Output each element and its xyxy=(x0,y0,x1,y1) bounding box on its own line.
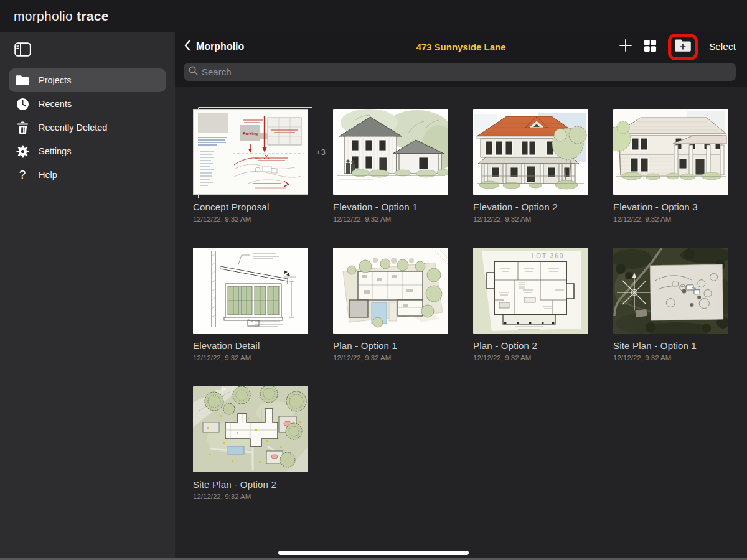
gear-icon xyxy=(15,144,30,159)
header-actions: Select xyxy=(619,34,736,60)
project-thumbnail[interactable]: N LA xyxy=(193,386,308,472)
project-thumbnail[interactable] xyxy=(473,109,588,195)
project-card-elevation-detail[interactable]: Elevation Detail 12/12/22, 9:32 AM xyxy=(193,248,308,362)
back-button[interactable]: Morpholio xyxy=(184,40,244,54)
project-card-plan-option-1[interactable]: Plan - Option 1 12/12/22, 9:32 AM xyxy=(333,248,448,362)
elevation-1-art xyxy=(333,109,448,195)
project-title: Elevation - Option 3 xyxy=(613,202,728,212)
sidebar-item-label: Recents xyxy=(39,99,72,109)
sidebar-item-settings[interactable]: Settings xyxy=(9,139,166,163)
project-card-site-plan-option-1[interactable]: Site Plan - Option 1 12/12/22, 9:32 AM xyxy=(613,248,728,362)
project-thumbnail[interactable] xyxy=(613,109,728,195)
grid-view-button[interactable] xyxy=(644,39,657,55)
project-title: Elevation Detail xyxy=(193,340,308,351)
project-thumbnail[interactable] xyxy=(613,248,728,334)
concept-proposal-art: Parking xyxy=(193,109,308,195)
project-thumbnail[interactable] xyxy=(333,248,448,334)
search-box[interactable] xyxy=(184,63,736,81)
project-date: 12/12/22, 9:32 AM xyxy=(613,215,728,223)
elevation-3-art xyxy=(613,109,728,195)
project-date: 12/12/22, 9:32 AM xyxy=(193,493,308,500)
project-thumbnail[interactable]: Parking xyxy=(193,109,308,195)
project-date: 12/12/22, 9:32 AM xyxy=(193,354,308,362)
project-card-plan-option-2[interactable]: LOT 360 xyxy=(473,248,588,362)
question-mark-icon: ? xyxy=(15,167,30,182)
select-button[interactable]: Select xyxy=(709,41,736,52)
project-thumbnail[interactable] xyxy=(193,248,308,334)
app-logo-light: morpholio xyxy=(14,9,73,23)
sidebar-item-label: Help xyxy=(39,170,57,180)
new-folder-button[interactable] xyxy=(675,39,691,55)
project-title: Site Plan - Option 2 xyxy=(193,479,308,490)
stack-count-badge: +3 xyxy=(316,147,326,157)
project-date: 12/12/22, 9:32 AM xyxy=(193,215,308,223)
annotation-highlight-ring xyxy=(668,34,698,60)
project-card-elevation-option-2[interactable]: Elevation - Option 2 12/12/22, 9:32 AM xyxy=(473,109,588,223)
project-card-concept-proposal[interactable]: Parking xyxy=(193,109,308,223)
project-date: 12/12/22, 9:32 AM xyxy=(333,215,448,223)
plus-icon xyxy=(619,39,632,55)
home-indicator[interactable] xyxy=(278,551,469,555)
search-row xyxy=(175,61,747,87)
lot-label: LOT 360 xyxy=(532,253,565,259)
sidebar-item-label: Recently Deleted xyxy=(39,123,107,133)
sidebar-toggle-icon xyxy=(14,42,31,59)
folder-plus-icon xyxy=(675,39,691,55)
elevation-2-art xyxy=(473,109,588,195)
main-panel: Morpholio 473 Sunnyside Lane xyxy=(175,32,747,560)
project-card-site-plan-option-2[interactable]: N LA xyxy=(193,386,308,500)
sidebar-item-recents[interactable]: Recents xyxy=(9,92,166,116)
plan-2-art: LOT 360 xyxy=(473,248,588,334)
project-folder-title: 473 Sunnyside Lane xyxy=(416,42,505,52)
sidebar-item-projects[interactable]: Projects xyxy=(9,68,166,92)
folder-icon xyxy=(15,73,30,88)
site-plan-1-art xyxy=(613,248,728,334)
back-button-label: Morpholio xyxy=(196,41,244,52)
elevation-detail-art xyxy=(193,248,308,334)
sidebar-item-label: Projects xyxy=(39,75,71,85)
new-sketch-button[interactable] xyxy=(619,39,632,55)
app-logo: morpholio trace xyxy=(14,9,109,24)
plan-1-art xyxy=(333,248,448,334)
grid-view-icon xyxy=(644,39,657,55)
project-card-elevation-option-3[interactable]: Elevation - Option 3 12/12/22, 9:32 AM xyxy=(613,109,728,223)
site-plan-2-art: N LA xyxy=(193,386,308,472)
chevron-left-icon xyxy=(184,40,190,54)
sidebar-item-label: Settings xyxy=(39,146,71,156)
project-date: 12/12/22, 9:32 AM xyxy=(613,354,728,362)
trash-icon xyxy=(15,120,30,135)
project-title: Elevation - Option 1 xyxy=(333,202,448,212)
search-input[interactable] xyxy=(202,67,731,77)
project-thumbnail[interactable] xyxy=(333,109,448,195)
sidebar-item-help[interactable]: ? Help xyxy=(9,163,166,187)
sidebar: Projects Recents Recently Deleted Settin… xyxy=(0,32,175,560)
search-icon xyxy=(189,66,198,78)
project-title: Concept Proposal xyxy=(193,202,308,212)
project-title: Elevation - Option 2 xyxy=(473,202,588,212)
project-title: Plan - Option 1 xyxy=(333,340,448,351)
main-header: Morpholio 473 Sunnyside Lane xyxy=(175,32,747,61)
project-date: 12/12/22, 9:32 AM xyxy=(473,215,588,223)
project-grid: Parking xyxy=(175,87,747,560)
project-title: Site Plan - Option 1 xyxy=(613,340,728,351)
sidebar-toggle-button[interactable] xyxy=(9,40,36,61)
sidebar-item-recently-deleted[interactable]: Recently Deleted xyxy=(9,116,166,139)
project-date: 12/12/22, 9:32 AM xyxy=(473,354,588,362)
project-title: Plan - Option 2 xyxy=(473,340,588,351)
parking-label: Parking xyxy=(243,131,258,136)
project-thumbnail[interactable]: LOT 360 xyxy=(473,248,588,334)
clock-icon xyxy=(15,96,30,111)
app-logo-bold: trace xyxy=(77,9,109,23)
project-date: 12/12/22, 9:32 AM xyxy=(333,354,448,362)
project-card-elevation-option-1[interactable]: Elevation - Option 1 12/12/22, 9:32 AM xyxy=(333,109,448,223)
top-brand-bar: morpholio trace xyxy=(0,0,747,32)
